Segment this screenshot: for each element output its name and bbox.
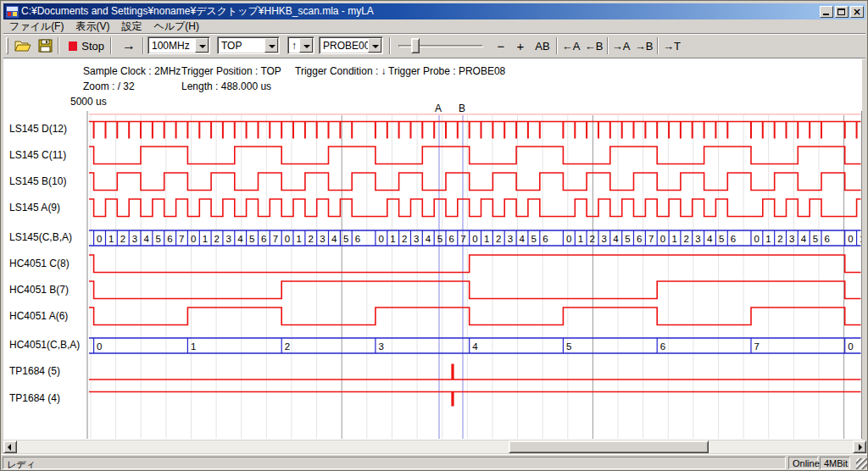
signal-label-10[interactable]: TP1684 (4) xyxy=(9,392,60,404)
open-button[interactable] xyxy=(14,36,32,55)
maximize-icon xyxy=(837,8,845,15)
menu-bar: ファイル(F) 表示(V) 設定 ヘルプ(H) xyxy=(3,19,865,34)
menu-help[interactable]: ヘルプ(H) xyxy=(147,19,205,35)
status-message-panel: レディ xyxy=(3,457,786,469)
app-icon xyxy=(6,6,19,18)
status-ready-text: レディ xyxy=(7,459,36,469)
trigger-probe-value: PROBE00 xyxy=(323,40,370,52)
horizontal-scrollbar[interactable] xyxy=(3,441,866,453)
trigger-edge-value: ↑ xyxy=(292,40,297,52)
run-button[interactable]: → xyxy=(117,36,141,55)
save-button[interactable] xyxy=(36,36,54,55)
status-online-panel: Online xyxy=(788,457,818,469)
ab-span-button[interactable]: AB xyxy=(532,36,553,55)
maximize-button[interactable] xyxy=(835,6,849,18)
arrow-left-icon xyxy=(8,444,11,451)
signal-label-5[interactable]: HC4051 C(8) xyxy=(9,258,70,269)
signal-label-9[interactable]: TP1684 (5) xyxy=(9,365,60,377)
trigger-position-value: TOP xyxy=(221,40,242,52)
zoom-slider-thumb[interactable] xyxy=(411,38,420,53)
toolbar-separator xyxy=(110,37,112,54)
chevron-down-icon[interactable] xyxy=(368,38,381,53)
time-per-div-label: 5000 us xyxy=(70,96,107,108)
sample-clock-value: 100MHz xyxy=(152,40,190,52)
signal-label-4[interactable]: LS145(C,B,A) xyxy=(9,231,72,243)
toolbar: Stop → 100MHz TOP ↑ PROBE00 − + AB ←A ←B xyxy=(3,35,865,58)
status-bar: レディ Online 4MBit xyxy=(1,454,868,469)
signal-label-7[interactable]: HC4051 A(6) xyxy=(9,310,68,322)
zoom-in-button[interactable]: + xyxy=(513,36,528,55)
menu-file[interactable]: ファイル(F) xyxy=(3,19,70,35)
app-window: C:¥Documents and Settings¥noname¥デスクトップ¥… xyxy=(0,0,868,471)
trigger-edge-combo[interactable]: ↑ xyxy=(287,36,314,54)
toolbar-separator xyxy=(607,37,609,54)
menu-settings[interactable]: 設定 xyxy=(115,19,147,35)
trigger-probe-info: Trigger Probe : PROBE08 xyxy=(388,65,505,77)
toolbar-separator xyxy=(142,37,144,54)
minimize-button[interactable] xyxy=(820,6,833,18)
toolbar-separator xyxy=(657,37,659,54)
trigger-position-combo[interactable]: TOP xyxy=(217,36,280,54)
scroll-right-button[interactable] xyxy=(853,441,866,453)
chevron-down-icon[interactable] xyxy=(195,38,209,53)
sample-clock-combo[interactable]: 100MHz xyxy=(147,36,210,54)
chevron-down-icon[interactable] xyxy=(264,38,278,53)
zoom-info: Zoom : / 32 xyxy=(83,80,135,92)
goto-b-next-button[interactable]: →B xyxy=(633,36,654,55)
stop-icon xyxy=(69,42,77,51)
trigger-probe-combo[interactable]: PROBE00 xyxy=(319,36,383,54)
open-folder-icon xyxy=(14,39,31,53)
goto-a-prev-button[interactable]: ←A xyxy=(560,36,581,55)
length-info: Length : 488.000 us xyxy=(181,80,271,92)
resize-grip[interactable] xyxy=(856,458,867,469)
toolbar-separator xyxy=(389,37,391,54)
goto-a-next-button[interactable]: →A xyxy=(610,36,632,55)
signal-label-0[interactable]: LS145 D(12) xyxy=(9,123,67,135)
scroll-left-button[interactable] xyxy=(3,441,17,453)
title-bar[interactable]: C:¥Documents and Settings¥noname¥デスクトップ¥… xyxy=(3,3,865,19)
scrollbar-thumb[interactable] xyxy=(509,441,709,453)
goto-b-prev-button[interactable]: ←B xyxy=(583,36,604,55)
trigger-condition-info: Trigger Condition : ↓ xyxy=(295,65,387,77)
signal-label-1[interactable]: LS145 C(11) xyxy=(9,149,66,161)
window-title: C:¥Documents and Settings¥noname¥デスクトップ¥… xyxy=(21,4,818,19)
toolbar-separator xyxy=(58,37,59,54)
stop-button[interactable]: Stop xyxy=(66,36,107,55)
toolbar-separator xyxy=(556,37,558,54)
zoom-out-button[interactable]: − xyxy=(493,36,509,55)
menu-view[interactable]: 表示(V) xyxy=(70,19,115,35)
stop-label: Stop xyxy=(81,40,104,53)
signal-label-8[interactable]: HC4051(C,B,A) xyxy=(9,339,80,351)
signal-label-6[interactable]: HC4051 B(7) xyxy=(9,284,69,296)
close-icon: × xyxy=(851,6,863,18)
marker-a-label[interactable]: A xyxy=(435,103,442,114)
close-button[interactable]: × xyxy=(850,6,864,18)
goto-trigger-button[interactable]: →T xyxy=(661,36,682,55)
chevron-down-icon[interactable] xyxy=(299,38,313,53)
save-floppy-icon xyxy=(38,39,53,53)
waveform-client-area xyxy=(3,59,862,440)
signal-label-3[interactable]: LS145 A(9) xyxy=(9,202,60,213)
minimize-icon xyxy=(823,14,829,15)
toolbar-grip[interactable] xyxy=(6,37,8,54)
marker-b-label[interactable]: B xyxy=(459,103,465,114)
signal-label-2[interactable]: LS145 B(10) xyxy=(9,175,66,187)
sample-clock-info: Sample Clock : 2MHz xyxy=(83,65,181,77)
status-capacity-panel: 4MBit xyxy=(820,457,850,469)
trigger-position-info: Trigger Position : TOP xyxy=(181,65,281,77)
arrow-right-icon xyxy=(859,444,862,451)
